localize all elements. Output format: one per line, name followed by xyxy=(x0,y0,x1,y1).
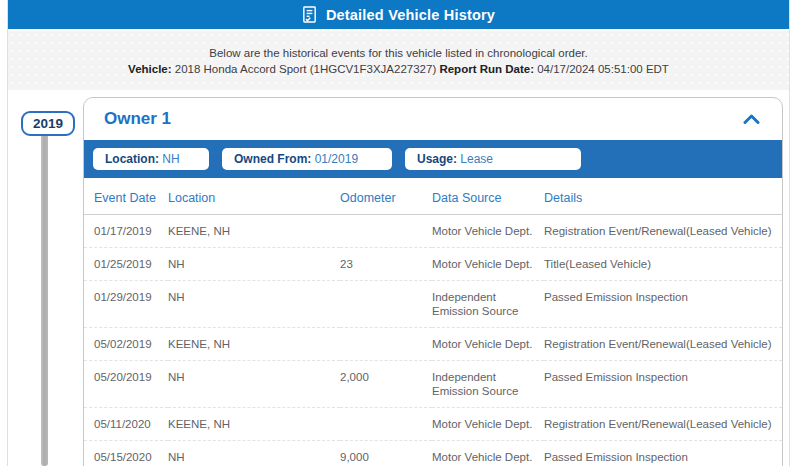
cell-odometer xyxy=(340,328,432,361)
cell-data-source: Independent Emission Source xyxy=(432,281,544,328)
events-table-header-row: Event Date Location Odometer Data Source… xyxy=(84,178,782,215)
table-row: 05/02/2019 KEENE, NH Motor Vehicle Dept.… xyxy=(84,328,782,361)
cell-odometer xyxy=(340,215,432,248)
cell-location: NH xyxy=(168,281,340,328)
column-header-location: Location xyxy=(168,178,340,215)
vehicle-label: Vehicle: xyxy=(128,63,171,75)
table-row: 01/17/2019 KEENE, NH Motor Vehicle Dept.… xyxy=(84,215,782,248)
report-run-date-value: 04/17/2024 05:51:00 EDT xyxy=(534,63,669,75)
vehicle-value: 2018 Honda Accord Sport (1HGCV1F3XJA2273… xyxy=(172,63,440,75)
cell-odometer xyxy=(340,408,432,441)
document-check-icon xyxy=(302,6,317,23)
column-header-event-date: Event Date xyxy=(84,178,168,215)
cell-data-source: Motor Vehicle Dept. xyxy=(432,328,544,361)
usage-chip: Usage: Lease xyxy=(405,148,581,170)
cell-location: KEENE, NH xyxy=(168,215,340,248)
owned-from-chip-label: Owned From: xyxy=(234,152,311,166)
cell-data-source: Motor Vehicle Dept. xyxy=(432,441,544,466)
table-row: 05/11/2020 KEENE, NH Motor Vehicle Dept.… xyxy=(84,408,782,441)
report-page: Detailed Vehicle History Below are the h… xyxy=(7,0,790,466)
table-row: 01/29/2019 NH Independent Emission Sourc… xyxy=(84,281,782,328)
page-title: Detailed Vehicle History xyxy=(326,7,495,23)
cell-event-date: 05/11/2020 xyxy=(84,408,168,441)
report-title-bar: Detailed Vehicle History xyxy=(8,0,789,29)
cell-data-source: Independent Emission Source xyxy=(432,361,544,408)
events-table: Event Date Location Odometer Data Source… xyxy=(84,178,782,466)
cell-location: NH xyxy=(168,441,340,466)
usage-chip-value: Lease xyxy=(457,152,493,166)
column-header-data-source: Data Source xyxy=(432,178,544,215)
cell-event-date: 05/15/2020 xyxy=(84,441,168,466)
location-chip-value: NH xyxy=(159,152,180,166)
cell-location: KEENE, NH xyxy=(168,408,340,441)
cell-data-source: Motor Vehicle Dept. xyxy=(432,408,544,441)
cell-details: Registration Event/Renewal(Leased Vehicl… xyxy=(544,215,782,248)
usage-chip-label: Usage: xyxy=(417,152,457,166)
cell-details: Passed Emission Inspection xyxy=(544,281,782,328)
timeline-line xyxy=(41,128,48,466)
table-row: 05/15/2020 NH 9,000 Motor Vehicle Dept. … xyxy=(84,441,782,466)
cell-odometer: 9,000 xyxy=(340,441,432,466)
owner-card: Owner 1 Location: NH Owned From: 01/2019… xyxy=(83,97,783,466)
location-chip: Location: NH xyxy=(93,148,209,170)
cell-data-source: Motor Vehicle Dept. xyxy=(432,248,544,281)
cell-details: Passed Emission Inspection xyxy=(544,441,782,466)
cell-location: NH xyxy=(168,361,340,408)
cell-event-date: 01/25/2019 xyxy=(84,248,168,281)
intro-line: Below are the historical events for this… xyxy=(209,47,587,59)
cell-odometer xyxy=(340,281,432,328)
location-chip-label: Location: xyxy=(105,152,159,166)
cell-data-source: Motor Vehicle Dept. xyxy=(432,215,544,248)
owned-from-chip-value: 01/2019 xyxy=(311,152,358,166)
cell-location: KEENE, NH xyxy=(168,328,340,361)
cell-event-date: 05/20/2019 xyxy=(84,361,168,408)
timeline-year-badge: 2019 xyxy=(21,111,75,136)
column-header-odometer: Odometer xyxy=(340,178,432,215)
owner-header[interactable]: Owner 1 xyxy=(84,98,782,140)
chevron-up-icon[interactable] xyxy=(743,114,760,124)
cell-details: Registration Event/Renewal(Leased Vehicl… xyxy=(544,408,782,441)
cell-details: Registration Event/Renewal(Leased Vehicl… xyxy=(544,328,782,361)
cell-odometer: 2,000 xyxy=(340,361,432,408)
cell-location: NH xyxy=(168,248,340,281)
owner-summary-bar: Location: NH Owned From: 01/2019 Usage: … xyxy=(84,140,782,178)
cell-details: Passed Emission Inspection xyxy=(544,361,782,408)
table-row: 01/25/2019 NH 23 Motor Vehicle Dept. Tit… xyxy=(84,248,782,281)
cell-odometer: 23 xyxy=(340,248,432,281)
cell-event-date: 01/17/2019 xyxy=(84,215,168,248)
cell-details: Title(Leased Vehicle) xyxy=(544,248,782,281)
vehicle-summary-line: Vehicle: 2018 Honda Accord Sport (1HGCV1… xyxy=(128,63,669,75)
column-header-details: Details xyxy=(544,178,782,215)
report-run-date-label: Report Run Date: xyxy=(439,63,534,75)
owner-title: Owner 1 xyxy=(104,109,171,129)
intro-panel: Below are the historical events for this… xyxy=(8,31,789,90)
owned-from-chip: Owned From: 01/2019 xyxy=(222,148,392,170)
table-row: 05/20/2019 NH 2,000 Independent Emission… xyxy=(84,361,782,408)
cell-event-date: 01/29/2019 xyxy=(84,281,168,328)
cell-event-date: 05/02/2019 xyxy=(84,328,168,361)
